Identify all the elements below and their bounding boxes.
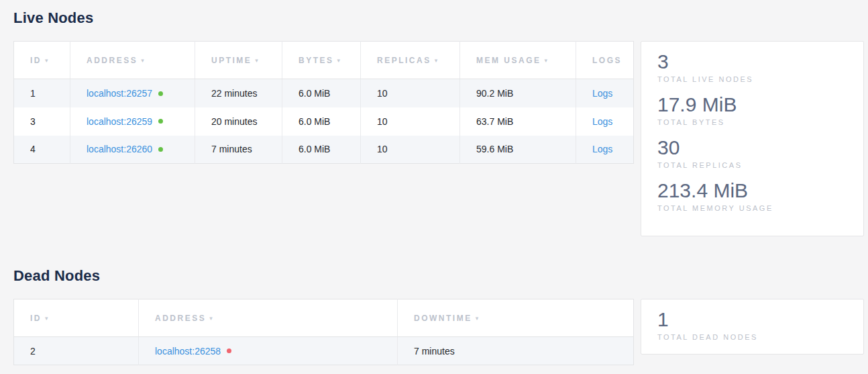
dead-nodes-header-row: ID▾ADDRESS▾DOWNTIME▾ [14, 299, 634, 337]
summary-stat: 1TOTAL DEAD NODES [657, 308, 847, 341]
sort-descending-icon: ▾ [209, 315, 214, 322]
dead-nodes-summary-card: 1TOTAL DEAD NODES [641, 299, 864, 355]
column-header-label: ADDRESS [87, 56, 138, 65]
column-header-uptime[interactable]: UPTIME▾ [195, 42, 282, 79]
sort-descending-icon: ▾ [45, 57, 50, 64]
node-mem_usage-cell: 59.6 MiB [460, 136, 576, 164]
dead-nodes-title: Dead Nodes [13, 267, 868, 285]
summary-stat: 213.4 MiBTOTAL MEMORY USAGE [657, 179, 847, 212]
column-header-address[interactable]: ADDRESS▾ [70, 42, 195, 79]
node-mem_usage-cell: 90.2 MiB [460, 79, 576, 107]
summary-stat-label: TOTAL LIVE NODES [657, 75, 847, 83]
summary-stat: 3TOTAL LIVE NODES [657, 50, 847, 83]
live-nodes-title: Live Nodes [13, 9, 868, 27]
node-logs-link[interactable]: Logs [592, 116, 612, 127]
node-bytes-cell: 6.0 MiB [282, 136, 361, 164]
node-logs-cell: Logs [576, 79, 634, 107]
sort-descending-icon: ▾ [337, 57, 342, 64]
column-header-label: BYTES [299, 56, 334, 65]
summary-stat-label: TOTAL MEMORY USAGE [657, 204, 847, 212]
summary-stat-label: TOTAL DEAD NODES [657, 333, 847, 341]
summary-stat-value: 17.9 MiB [657, 93, 847, 116]
dead-nodes-section: Dead Nodes ID▾ADDRESS▾DOWNTIME▾ 2localho… [13, 267, 868, 365]
node-uptime-cell: 22 minutes [195, 79, 282, 107]
column-header-label: ID [30, 56, 42, 65]
summary-stat-value: 1 [657, 308, 847, 331]
summary-stat: 17.9 MiBTOTAL BYTES [657, 93, 847, 126]
node-logs-cell: Logs [576, 107, 634, 136]
column-header-label: ID [30, 314, 42, 323]
cluster-overview-page: Live Nodes ID▾ADDRESS▾UPTIME▾BYTES▾REPLI… [0, 0, 868, 374]
node-address-cell: localhost:26258 [139, 337, 398, 365]
node-replicas-cell: 10 [361, 136, 460, 164]
sort-descending-icon: ▾ [435, 57, 439, 64]
column-header-mem_usage[interactable]: MEM USAGE▾ [460, 42, 576, 79]
node-bytes-cell: 6.0 MiB [282, 107, 361, 136]
sort-descending-icon: ▾ [141, 57, 146, 64]
live-nodes-section: Live Nodes ID▾ADDRESS▾UPTIME▾BYTES▾REPLI… [13, 9, 868, 236]
summary-stat: 30TOTAL REPLICAS [657, 136, 847, 169]
node-dead-status-dot-icon [227, 348, 231, 353]
live-nodes-header-row: ID▾ADDRESS▾UPTIME▾BYTES▾REPLICAS▾MEM USA… [14, 42, 634, 79]
sort-descending-icon: ▾ [476, 315, 480, 322]
node-table-row: 4localhost:262607 minutes6.0 MiB1059.6 M… [14, 136, 634, 164]
column-header-label: UPTIME [211, 56, 252, 65]
node-id-cell: 2 [14, 337, 139, 365]
node-id-cell: 3 [14, 107, 70, 136]
column-header-label: MEM USAGE [476, 56, 541, 65]
node-address-link[interactable]: localhost:26257 [87, 88, 152, 99]
node-mem_usage-cell: 63.7 MiB [460, 107, 576, 136]
node-id-cell: 1 [14, 79, 70, 107]
node-logs-link[interactable]: Logs [592, 88, 612, 99]
summary-stat-label: TOTAL REPLICAS [657, 161, 847, 169]
column-header-label: ADDRESS [155, 314, 206, 323]
summary-stat-label: TOTAL BYTES [657, 118, 847, 126]
summary-stat-value: 213.4 MiB [657, 179, 847, 202]
live-nodes-summary-card: 3TOTAL LIVE NODES17.9 MiBTOTAL BYTES30TO… [641, 41, 864, 236]
node-table-row: 3localhost:2625920 minutes6.0 MiB1063.7 … [14, 107, 634, 136]
column-header-logs: LOGS [576, 42, 634, 79]
node-logs-cell: Logs [576, 136, 634, 164]
node-live-status-dot-icon [158, 119, 163, 124]
node-uptime-cell: 20 minutes [195, 107, 282, 136]
node-replicas-cell: 10 [361, 79, 460, 107]
column-header-label: LOGS [592, 56, 622, 65]
node-address-link[interactable]: localhost:26260 [87, 144, 152, 154]
sort-descending-icon: ▾ [255, 57, 260, 64]
summary-stat-value: 3 [657, 50, 847, 73]
node-table-row: 2localhost:262587 minutes [14, 337, 634, 365]
column-header-label: DOWNTIME [414, 314, 472, 323]
dead-nodes-table: ID▾ADDRESS▾DOWNTIME▾ 2localhost:262587 m… [13, 299, 634, 365]
node-id-cell: 4 [14, 136, 70, 164]
node-uptime-cell: 7 minutes [195, 136, 282, 164]
node-table-row: 1localhost:2625722 minutes6.0 MiB1090.2 … [14, 79, 634, 107]
node-address-link[interactable]: localhost:26259 [87, 116, 152, 127]
sort-descending-icon: ▾ [545, 57, 549, 64]
sort-descending-icon: ▾ [45, 315, 50, 322]
node-live-status-dot-icon [158, 147, 163, 152]
node-address-link[interactable]: localhost:26258 [155, 346, 221, 357]
live-nodes-table: ID▾ADDRESS▾UPTIME▾BYTES▾REPLICAS▾MEM USA… [13, 41, 634, 164]
node-bytes-cell: 6.0 MiB [282, 79, 361, 107]
column-header-id[interactable]: ID▾ [14, 42, 70, 79]
column-header-label: REPLICAS [377, 56, 431, 65]
node-downtime-cell: 7 minutes [398, 337, 634, 365]
column-header-bytes[interactable]: BYTES▾ [282, 42, 361, 79]
column-header-replicas[interactable]: REPLICAS▾ [361, 42, 460, 79]
column-header-address[interactable]: ADDRESS▾ [139, 299, 398, 337]
node-address-cell: localhost:26257 [70, 79, 195, 107]
node-address-cell: localhost:26259 [70, 107, 195, 136]
summary-stat-value: 30 [657, 136, 847, 159]
node-logs-link[interactable]: Logs [592, 144, 612, 154]
column-header-downtime[interactable]: DOWNTIME▾ [398, 299, 634, 337]
node-address-cell: localhost:26260 [70, 136, 195, 164]
node-live-status-dot-icon [158, 91, 163, 96]
node-replicas-cell: 10 [361, 107, 460, 136]
column-header-id[interactable]: ID▾ [14, 299, 139, 337]
